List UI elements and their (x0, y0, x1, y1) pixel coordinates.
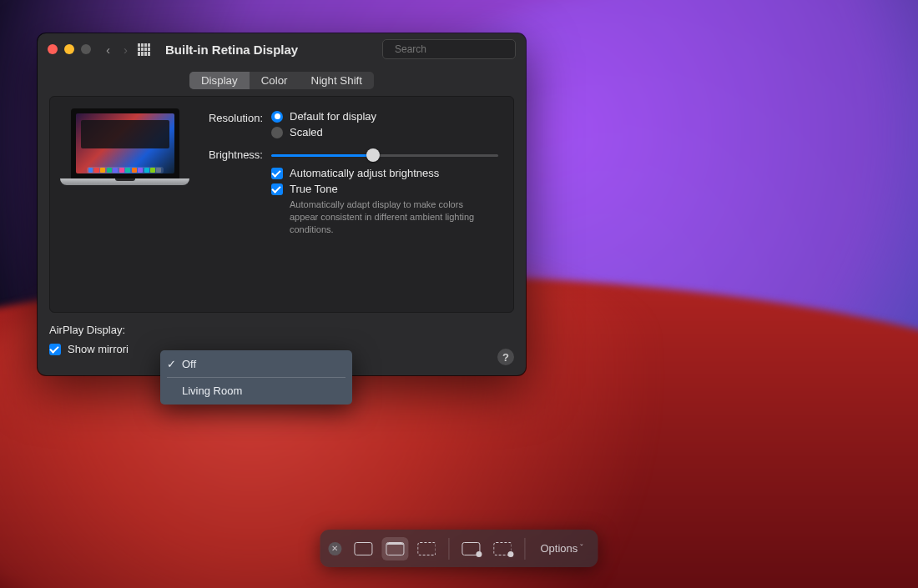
minimize-window-icon[interactable] (64, 44, 74, 54)
capture-screen-button[interactable] (350, 537, 376, 560)
window-icon (386, 542, 404, 555)
forward-icon: › (124, 43, 128, 57)
display-preview (60, 108, 189, 304)
toolbar-options-button[interactable]: Options ˇ (533, 542, 589, 555)
search-input[interactable] (395, 43, 520, 55)
airplay-label: AirPlay Display: (49, 324, 133, 336)
selection-icon (417, 542, 436, 555)
zoom-window-icon[interactable] (81, 44, 91, 54)
show-all-icon[interactable] (138, 43, 150, 56)
nav-arrows: ‹ › (106, 43, 128, 57)
checkbox-checked-icon (49, 344, 61, 355)
checkbox-checked-icon (271, 183, 283, 195)
tab-color[interactable]: Color (250, 72, 300, 89)
capture-selection-button[interactable] (413, 537, 440, 560)
brightness-slider[interactable] (271, 148, 498, 162)
auto-brightness-checkbox[interactable]: Automatically adjust brightness (271, 167, 498, 179)
true-tone-checkbox[interactable]: True Tone (271, 183, 498, 195)
resolution-scaled-radio[interactable]: Scaled (271, 126, 498, 138)
window-title: Built-in Retina Display (165, 43, 298, 57)
airplay-dropdown-menu: ✓ Off Living Room (160, 350, 352, 405)
radio-on-icon (271, 111, 283, 123)
checkmark-icon: ✓ (167, 358, 176, 370)
display-preferences-window: ‹ › Built-in Retina Display Display Colo… (38, 33, 526, 375)
window-titlebar: ‹ › Built-in Retina Display (38, 33, 526, 65)
toolbar-close-button[interactable]: ✕ (328, 542, 341, 555)
resolution-label: Resolution: (198, 110, 263, 124)
radio-off-icon (271, 127, 283, 138)
chevron-down-icon: ˇ (580, 544, 583, 553)
true-tone-description: Automatically adapt display to make colo… (290, 199, 482, 236)
brightness-label: Brightness: (198, 147, 263, 161)
screenshot-toolbar: ✕ Options ˇ (320, 530, 598, 567)
airplay-option-living-room[interactable]: Living Room (160, 380, 352, 401)
airplay-option-off[interactable]: ✓ Off (160, 354, 352, 374)
record-selection-icon (493, 542, 512, 555)
settings-panel: Resolution: Default for display Scaled B… (49, 96, 514, 313)
record-screen-icon (462, 542, 480, 555)
back-icon[interactable]: ‹ (106, 43, 110, 57)
record-screen-button[interactable] (457, 537, 484, 560)
slider-thumb-icon[interactable] (366, 148, 380, 162)
tab-segment: Display Color Night Shift (38, 72, 526, 89)
resolution-default-radio[interactable]: Default for display (271, 110, 498, 123)
search-field[interactable] (382, 39, 516, 59)
help-button[interactable]: ? (497, 349, 514, 365)
window-controls (48, 44, 91, 54)
tab-display[interactable]: Display (189, 72, 250, 89)
capture-window-button[interactable] (381, 537, 408, 560)
screen-icon (354, 542, 372, 555)
close-window-icon[interactable] (48, 44, 58, 54)
tab-night-shift[interactable]: Night Shift (300, 72, 375, 89)
close-icon: ✕ (331, 544, 338, 553)
record-selection-button[interactable] (489, 537, 516, 560)
checkbox-checked-icon (271, 168, 283, 179)
show-mirroring-checkbox[interactable]: Show mirrori (49, 343, 129, 355)
